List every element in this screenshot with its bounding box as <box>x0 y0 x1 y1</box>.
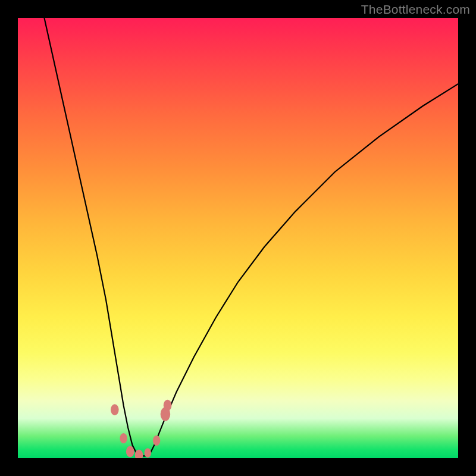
dot-right-upper2 <box>164 400 172 411</box>
dot-right-lower <box>153 436 160 446</box>
watermark-text: TheBottleneck.com <box>361 2 470 17</box>
dot-bottom-2 <box>135 449 143 458</box>
bottleneck-curve <box>44 18 458 456</box>
dot-left-upper <box>111 404 119 415</box>
dot-left-mid <box>120 433 127 443</box>
dot-bottom-3 <box>145 448 151 458</box>
chart-svg <box>18 18 458 458</box>
chart-plot-area <box>18 18 458 458</box>
marker-group <box>111 400 171 458</box>
dot-bottom-1 <box>126 446 134 458</box>
chart-frame: TheBottleneck.com <box>0 0 476 476</box>
